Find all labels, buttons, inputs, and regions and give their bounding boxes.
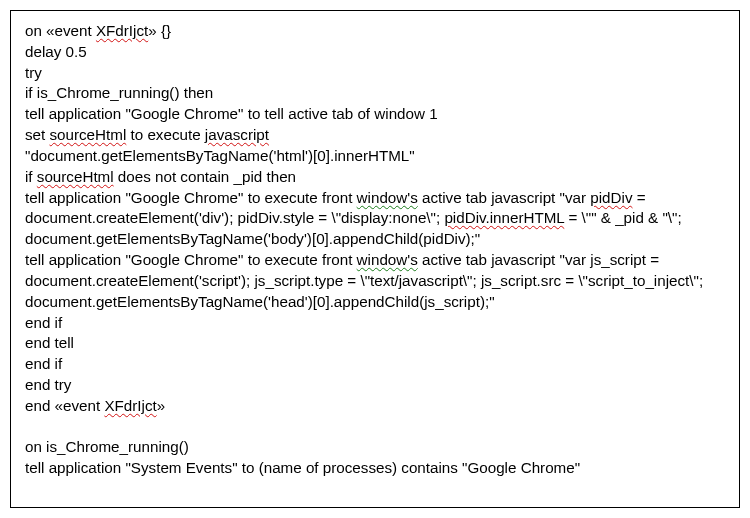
code-line: on is_Chrome_running() — [25, 437, 725, 458]
blank-line — [25, 417, 725, 438]
code-text: on «event — [25, 22, 96, 39]
code-line: tell application "System Events" to (nam… — [25, 458, 725, 479]
code-line: tell application "Google Chrome" to exec… — [25, 188, 725, 250]
code-text: end «event — [25, 397, 104, 414]
spellcheck-word: sourceHtml — [49, 126, 126, 143]
code-line: set sourceHtml to execute javascript — [25, 125, 725, 146]
spellcheck-word: XFdrIjct — [96, 22, 148, 39]
code-text: does not contain _pid then — [114, 168, 296, 185]
code-text: active tab javascript "var — [418, 189, 591, 206]
code-line: if is_Chrome_running() then — [25, 83, 725, 104]
code-text: if — [25, 168, 37, 185]
page: on «event XFdrIjct» {} delay 0.5 try if … — [0, 0, 750, 518]
code-line: "document.getElementsByTagName('html')[0… — [25, 146, 725, 167]
code-text: to execute — [126, 126, 205, 143]
code-line: end try — [25, 375, 725, 396]
code-text: set — [25, 126, 49, 143]
code-line: on «event XFdrIjct» {} — [25, 21, 725, 42]
spellcheck-word: javascript — [205, 126, 269, 143]
spellcheck-word: sourceHtml — [37, 168, 114, 185]
code-line: if sourceHtml does not contain _pid then — [25, 167, 725, 188]
spellcheck-word: pidDiv — [590, 189, 632, 206]
code-snippet-box: on «event XFdrIjct» {} delay 0.5 try if … — [10, 10, 740, 508]
spellcheck-word: XFdrIjct — [104, 397, 156, 414]
code-line: end «event XFdrIjct» — [25, 396, 725, 417]
code-line: tell application "Google Chrome" to tell… — [25, 104, 725, 125]
code-line: delay 0.5 — [25, 42, 725, 63]
spellcheck-word: pidDiv.innerHTML — [444, 209, 564, 226]
code-text: tell application "Google Chrome" to exec… — [25, 189, 357, 206]
grammar-word: window's — [357, 251, 418, 268]
code-line: end if — [25, 354, 725, 375]
code-text: » — [157, 397, 165, 414]
grammar-word: window's — [357, 189, 418, 206]
code-text: tell application "Google Chrome" to exec… — [25, 251, 357, 268]
code-line: tell application "Google Chrome" to exec… — [25, 250, 725, 312]
code-line: try — [25, 63, 725, 84]
code-line: end if — [25, 313, 725, 334]
code-text: » {} — [148, 22, 171, 39]
code-line: end tell — [25, 333, 725, 354]
